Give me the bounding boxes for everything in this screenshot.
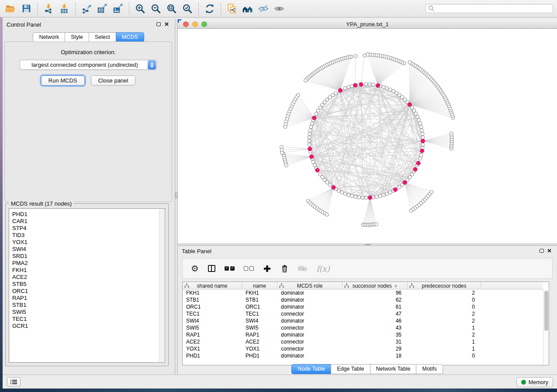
column-header-predecessor-nodes[interactable]: predecessor nodes [408,282,481,289]
mcds-result-item[interactable]: FKH1 [12,267,165,274]
table-row[interactable]: PHD1PHD1dominator180 [183,352,543,359]
select-all-button[interactable] [225,266,235,271]
save-session-button[interactable] [18,2,34,16]
delete-column-button[interactable] [280,265,289,273]
zoom-in-icon [135,3,146,14]
first-neighbors-button[interactable] [240,2,256,16]
zoom-selected-button[interactable] [180,2,195,16]
mcds-result-item[interactable]: PMA2 [12,260,165,267]
refresh-icon [204,3,215,14]
network-window-titlebar[interactable]: YPA_prune.txt_1 [178,19,557,29]
table-scrollbar[interactable] [543,289,549,365]
mcds-result-item[interactable]: CAR1 [12,218,165,225]
table-panel-title: Table Panel [182,248,211,254]
table-options-button[interactable]: ⚙ [191,264,199,273]
float-window-icon[interactable] [156,22,161,26]
splitter-handle[interactable] [365,244,371,245]
tab-node-table[interactable]: Node Table [291,364,331,374]
copy-network-icon [226,3,238,14]
copy-network-button[interactable] [224,2,240,16]
column-header-shared-name[interactable]: shared name [183,282,242,289]
show-columns-button[interactable] [208,265,215,272]
show-all-button[interactable] [271,2,287,16]
eye-slash-icon [258,3,269,14]
column-label: shared name [197,283,227,289]
table-cell: YOX1 [183,345,242,352]
list-icon [10,379,17,385]
open-file-button[interactable] [3,2,18,16]
tab-network-table[interactable]: Network Table [370,364,417,374]
splitter-handle[interactable] [175,192,177,199]
console-button[interactable] [7,377,21,387]
table-row[interactable]: YOX1YOX1connector291 [183,345,543,352]
search-input[interactable] [435,5,553,12]
status-bar: Memory [3,375,557,389]
criterion-dropdown[interactable]: largest connected component (undirected) [20,60,157,70]
mcds-result-item[interactable]: TID3 [12,232,165,239]
column-header-successor-nodes[interactable]: successor nodes∨ [343,282,408,289]
import-table-button[interactable] [56,2,72,16]
function-builder-button[interactable]: f(x) [316,264,330,273]
tab-select[interactable]: Select [89,32,116,42]
mcds-result-item[interactable]: ACE2 [12,274,165,281]
table-row[interactable]: RAP1RAP1dominator352 [183,331,543,338]
mcds-result-item[interactable]: STB5 [12,281,165,288]
delete-table-button[interactable] [298,265,307,272]
table-row[interactable]: SWI4SWI4dominator462 [183,317,543,324]
mcds-result-list[interactable]: PHD1CAR1STP4TID3YOX1SWI4SRD1PMA2FKH1ACE2… [9,208,165,363]
mcds-result-item[interactable]: TEC1 [12,316,165,323]
zoom-out-button[interactable] [148,2,164,16]
zoom-fit-button[interactable] [164,2,180,16]
mcds-result-item[interactable]: STP4 [12,225,165,232]
table-row[interactable]: ACE2ACE2connector311 [183,338,543,345]
mcds-result-item[interactable]: RAP1 [12,295,165,302]
table-row[interactable]: ORC1ORC1dominator610 [183,303,543,310]
export-network-button[interactable] [79,2,94,16]
mcds-result-item[interactable]: SWI4 [12,246,165,253]
deselect-all-button[interactable] [244,266,254,271]
export-table-button[interactable] [94,2,110,16]
vertical-splitter[interactable] [175,19,178,375]
network-canvas[interactable] [178,29,557,244]
scrollbar-thumb[interactable] [544,291,548,331]
mcds-result-item[interactable]: PHD1 [12,211,165,218]
mcds-result-item[interactable]: ORC1 [12,288,165,295]
table-row[interactable]: STB1STB1dominator620 [183,296,543,303]
tab-mcds[interactable]: MCDS [116,32,144,42]
export-image-icon [112,3,124,14]
list-scrollbar[interactable] [159,209,164,362]
hide-selected-button[interactable] [256,2,271,16]
mcds-result-item[interactable]: STB1 [12,302,165,309]
tab-style[interactable]: Style [65,32,89,42]
table-cell: 2 [408,310,481,317]
memory-button[interactable]: Memory [516,377,553,387]
import-network-button[interactable] [41,2,56,16]
add-column-button[interactable] [263,265,271,273]
table-row[interactable]: FKH1FKH1dominator962 [183,289,543,296]
refresh-view-button[interactable] [202,2,218,16]
column-header-MCDS-role[interactable]: MCDS role [277,282,343,289]
table-cell: YOX1 [242,345,277,352]
mcds-result-item[interactable]: GCR1 [12,323,165,330]
export-image-button[interactable] [110,2,126,16]
close-panel-button[interactable]: Close panel [91,76,136,86]
float-window-icon[interactable] [540,249,544,253]
table-cell: TEC1 [242,310,277,317]
table-cell: dominator [277,296,343,303]
zoom-in-button[interactable] [132,2,148,16]
column-header-name[interactable]: name [242,282,277,289]
tab-network[interactable]: Network [33,32,65,42]
table-row[interactable]: SWI5SWI5connector431 [183,324,543,331]
close-panel-icon[interactable]: ✕ [164,21,169,28]
tab-edge-table[interactable]: Edge Table [331,364,370,374]
close-panel-icon[interactable]: ✕ [547,248,552,254]
table-header-row: shared namenameMCDS rolesuccessor nodes∨… [183,282,543,289]
mcds-result-item[interactable]: SWI5 [12,309,165,316]
table-cell: 0 [408,303,481,310]
tab-motifs[interactable]: Motifs [416,364,443,374]
run-mcds-button[interactable]: Run MCDS [41,76,85,86]
table-cell: STB1 [183,296,242,303]
mcds-result-item[interactable]: YOX1 [12,239,165,246]
table-row[interactable]: TEC1TEC1connector472 [183,310,543,317]
mcds-result-item[interactable]: SRD1 [12,253,165,260]
